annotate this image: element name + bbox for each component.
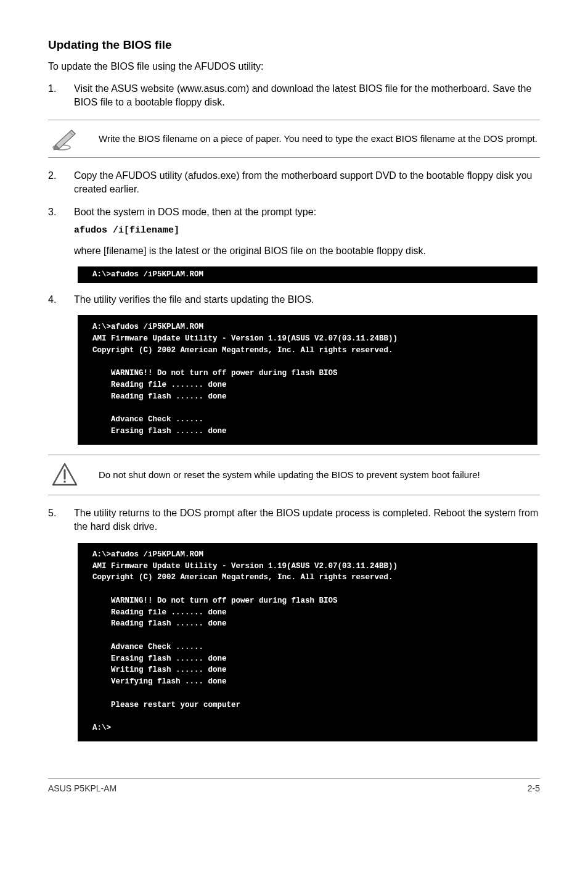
note-text: Write the BIOS filename on a piece of pa… xyxy=(99,132,540,145)
note-info: Write the BIOS filename on a piece of pa… xyxy=(48,120,540,158)
step-3: 3. Boot the system in DOS mode, then at … xyxy=(48,205,540,258)
step-text: Boot the system in DOS mode, then at the… xyxy=(74,207,316,217)
svg-point-4 xyxy=(63,481,66,483)
step-1: 1. Visit the ASUS website (www.asus.com)… xyxy=(48,82,540,110)
note-warning: Do not shut down or reset the system whi… xyxy=(48,455,540,495)
step-number: 2. xyxy=(48,169,57,197)
intro-text: To update the BIOS file using the AFUDOS… xyxy=(48,60,540,73)
section-heading: Updating the BIOS file xyxy=(48,37,540,54)
step-text: The utility returns to the DOS prompt af… xyxy=(74,506,540,534)
footer-right: 2-5 xyxy=(528,783,540,795)
page-footer: ASUS P5KPL-AM 2-5 xyxy=(48,778,540,795)
terminal-output-1: A:\>afudos /iP5KPLAM.ROM xyxy=(78,266,537,283)
step-4: 4. The utility verifies the file and sta… xyxy=(48,293,540,307)
step-text: The utility verifies the file and starts… xyxy=(74,293,540,307)
pencil-icon xyxy=(48,126,81,151)
warning-icon xyxy=(48,461,81,489)
terminal-output-3: A:\>afudos /iP5KPLAM.ROM AMI Firmware Up… xyxy=(78,543,537,741)
footer-left: ASUS P5KPL-AM xyxy=(48,783,116,795)
step-text: Copy the AFUDOS utility (afudos.exe) fro… xyxy=(74,169,540,197)
step-2: 2. Copy the AFUDOS utility (afudos.exe) … xyxy=(48,169,540,197)
step-subtext: where [filename] is the latest or the or… xyxy=(74,244,540,258)
step-5: 5. The utility returns to the DOS prompt… xyxy=(48,506,540,534)
step-number: 4. xyxy=(48,293,57,307)
note-text: Do not shut down or reset the system whi… xyxy=(99,468,540,481)
code-snippet: afudos /i[filename] xyxy=(74,224,540,237)
step-text: Visit the ASUS website (www.asus.com) an… xyxy=(74,82,540,110)
terminal-output-2: A:\>afudos /iP5KPLAM.ROM AMI Firmware Up… xyxy=(78,315,537,445)
step-number: 3. xyxy=(48,205,57,258)
step-number: 1. xyxy=(48,82,57,110)
step-number: 5. xyxy=(48,506,57,534)
